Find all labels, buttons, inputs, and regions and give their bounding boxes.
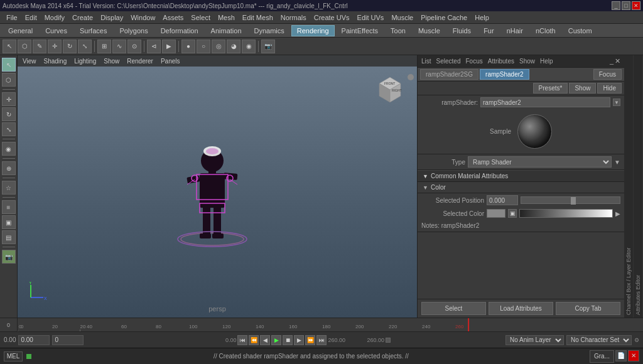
viewport-menu-lighting[interactable]: Lighting [72,57,99,65]
attr-tab-selected[interactable]: Selected [436,58,461,65]
tool-render-layer[interactable]: ▤ [2,230,16,244]
menu-file[interactable]: File [3,13,21,23]
jump-end-btn[interactable]: ⏭ [316,335,327,345]
attributes-editor-label[interactable]: Attributes Editor [634,55,643,318]
stop-btn[interactable]: ⏹ [283,335,293,345]
selected-color-picker-btn[interactable]: ▣ [508,209,517,218]
tab-polygons[interactable]: Polygons [114,25,153,36]
status-options-icon[interactable]: ⚙ [634,337,639,343]
tool-select-left[interactable]: ↖ [2,58,16,72]
tab-custom[interactable]: Custom [563,25,598,36]
selected-position-input[interactable] [487,195,518,205]
menu-window[interactable]: Window [127,13,159,23]
menu-assets[interactable]: Assets [159,13,187,23]
tab-curves[interactable]: Curves [40,25,73,36]
presets-button[interactable]: Presets* [533,83,568,94]
tool-snap-grid[interactable]: ⊞ [97,40,111,53]
timeline-track[interactable]: 0 20 0 20 40 60 80 100 120 140 160 180 2… [18,318,643,331]
viewport-menu-panels[interactable]: Panels [158,57,183,65]
tool-show-manip[interactable]: ⊕ [2,161,16,175]
char-set-select[interactable]: No Character Set [566,335,632,345]
tool-camera-view[interactable]: 📷 [2,250,16,264]
attr-editor-minimize[interactable]: _ [610,57,613,65]
type-select[interactable]: Ramp Shader [468,156,612,168]
copy-tab-button[interactable]: Copy Tab [556,302,620,315]
menu-select[interactable]: Select [187,13,214,23]
attr-editor-close-btn[interactable]: ✕ [615,57,620,65]
menu-display[interactable]: Display [97,13,127,23]
tab-rendering[interactable]: Rendering [291,25,335,36]
tool-move-left[interactable]: ✛ [2,92,16,106]
tool-scale-left[interactable]: ⤡ [2,122,16,136]
anim-layer-select[interactable]: No Anim Layer [505,335,564,345]
attr-tab-attributes[interactable]: Attributes [488,58,514,65]
hide-button[interactable]: Hide [597,83,622,94]
tool-paint[interactable]: ✎ [33,40,46,53]
viewport-menu-shading[interactable]: Shading [41,57,70,65]
maximize-button[interactable]: □ [622,1,630,10]
tool-texture[interactable]: ◉ [242,40,256,53]
tool-smooth[interactable]: ◎ [212,40,225,53]
tab-animation[interactable]: Animation [205,25,247,36]
ramp-shader-input[interactable] [480,97,610,107]
selected-color-swatch[interactable] [487,209,505,218]
viewport-menu-view[interactable]: View [20,57,39,65]
ramp-scroll-right[interactable]: ▶ [615,210,620,217]
tab-fluids[interactable]: Fluids [447,25,477,36]
menu-muscle[interactable]: Muscle [387,13,417,23]
selected-position-slider[interactable] [521,196,620,204]
tool-move[interactable]: ✛ [48,40,62,53]
menu-mesh[interactable]: Mesh [214,13,239,23]
load-attributes-button[interactable]: Load Attributes [489,302,553,315]
viewport-menu-show[interactable]: Show [101,57,122,65]
tool-flat[interactable]: ◕ [227,40,240,53]
tab-ncloth[interactable]: nCloth [530,25,561,36]
minimize-button[interactable]: _ [612,1,620,10]
tool-rotate[interactable]: ↻ [63,40,77,53]
step-forward-btn[interactable]: ▶ [294,335,304,345]
menu-help[interactable]: Help [471,13,493,23]
menu-create-uvs[interactable]: Create UVs [310,13,354,23]
range-lock-icon[interactable] [386,338,391,343]
tool-layers[interactable]: ≡ [2,200,16,214]
tab-painteffects[interactable]: PaintEffects [336,25,384,36]
close-button[interactable]: ✕ [632,1,640,10]
tool-polygon-select[interactable]: ⬡ [2,73,16,87]
ramp-gradient-bar[interactable] [519,209,613,218]
tool-lasso[interactable]: ⬡ [18,40,31,53]
tool-wireframe[interactable]: ○ [197,40,210,53]
taskbar-icon-2[interactable]: ✕ [628,350,639,361]
shader-tab-ramp[interactable]: rampShader2 [480,69,529,80]
step-back-btn[interactable]: ◀ [260,335,270,345]
tab-deformation[interactable]: Deformation [155,25,204,36]
menu-edit[interactable]: Edit [21,13,41,23]
tab-muscle[interactable]: Muscle [413,25,446,36]
play-btn[interactable]: ▶ [271,335,281,345]
attr-tab-focus[interactable]: Focus [465,58,482,65]
tool-snap-curve[interactable]: ∿ [112,40,126,53]
tool-bookmark[interactable]: ☆ [2,181,16,195]
tab-surfaces[interactable]: Surfaces [74,25,112,36]
color-section[interactable]: ▼ Color [418,182,624,193]
shader-tab-sg[interactable]: rampShader2SG [420,69,478,80]
tool-display-layer[interactable]: ▣ [2,215,16,229]
start-frame-input[interactable] [18,335,50,345]
menu-modify[interactable]: Modify [41,13,68,23]
tool-soft-select[interactable]: ◉ [2,142,16,156]
select-button[interactable]: Select [421,302,486,315]
tool-shader-ball[interactable]: ● [181,40,195,53]
tool-select[interactable]: ↖ [3,40,16,53]
current-frame-input[interactable] [52,335,84,345]
tool-snap-point[interactable]: ⊙ [127,40,141,53]
focus-button[interactable]: Focus [593,69,622,80]
tab-fur[interactable]: Fur [478,25,500,36]
prev-key-btn[interactable]: ⏪ [249,335,259,345]
attr-tab-list[interactable]: List [421,58,431,65]
taskbar-item-gra[interactable]: Gra... [590,350,614,363]
mel-toggle[interactable]: MEL [4,351,23,361]
menu-edit-mesh[interactable]: Edit Mesh [239,13,277,23]
slider-handle[interactable] [571,197,576,205]
tab-nhair[interactable]: nHair [501,25,529,36]
jump-start-btn[interactable]: ⏮ [237,335,247,345]
viewport-menu-renderer[interactable]: Renderer [124,57,156,65]
